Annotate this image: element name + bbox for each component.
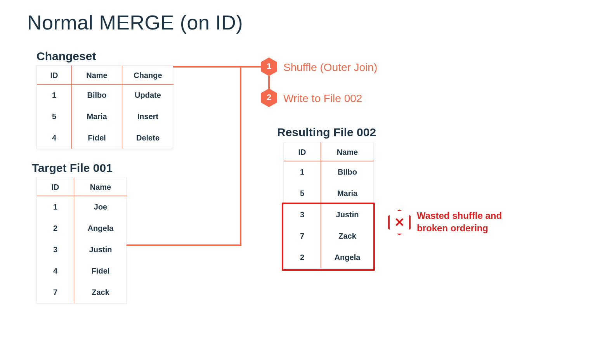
table-cell: Update [122, 85, 173, 106]
table-cell: Bilbo [321, 161, 374, 183]
table-cell: 4 [37, 260, 74, 282]
table-cell: 1 [37, 85, 72, 106]
table-cell: Fidel [74, 260, 127, 282]
step-label-2: Write to File 002 [283, 92, 362, 105]
table-cell: 5 [37, 106, 72, 127]
table-cell: Insert [122, 106, 173, 127]
table-cell: 2 [37, 218, 74, 239]
error-icon-hex: ✕ [388, 210, 411, 235]
changeset-col-id: ID [37, 66, 72, 85]
diagram-title: Normal MERGE (on ID) [27, 11, 243, 34]
error-highlight-box [282, 203, 375, 271]
table-cell: Joe [74, 196, 127, 218]
step-badge-1: 1 [261, 57, 277, 76]
table-cell: 7 [37, 282, 74, 303]
table-cell: 5 [284, 183, 321, 204]
step-number: 2 [267, 92, 271, 102]
step-badge-2: 2 [261, 88, 277, 107]
changeset-col-name: Name [72, 66, 122, 85]
target-col-name: Name [74, 177, 127, 196]
table-cell: Justin [74, 239, 127, 260]
table-cell: 1 [37, 196, 74, 218]
table-cell: Zack [74, 282, 127, 303]
table-cell: Delete [122, 127, 173, 149]
table-cell: Bilbo [72, 85, 122, 106]
table-cell: 3 [37, 239, 74, 260]
table-cell: Angela [74, 218, 127, 239]
result-col-id: ID [284, 142, 321, 161]
table-cell: Maria [72, 106, 122, 127]
error-text: Wasted shuffle and broken ordering [417, 210, 525, 235]
target-label: Target File 001 [32, 161, 113, 175]
changeset-col-change: Change [122, 66, 173, 85]
table-cell: 1 [284, 161, 321, 183]
step-label-1: Shuffle (Outer Join) [283, 61, 377, 74]
table-cell: Fidel [72, 127, 122, 149]
changeset-label: Changeset [36, 50, 96, 63]
result-col-name: Name [321, 142, 374, 161]
table-cell: Maria [321, 183, 374, 204]
x-icon: ✕ [394, 216, 405, 229]
table-cell: 4 [37, 127, 72, 149]
result-label: Resulting File 002 [277, 126, 376, 139]
step-number: 1 [267, 61, 271, 71]
target-col-id: ID [37, 177, 74, 196]
step-connector [268, 76, 270, 89]
